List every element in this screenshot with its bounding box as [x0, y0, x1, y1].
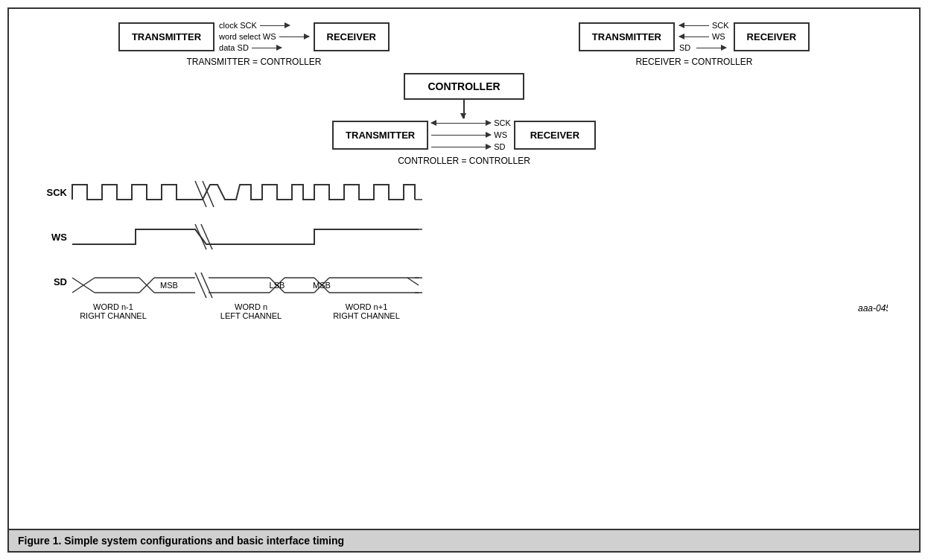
word-n1-ch-label: RIGHT CHANNEL: [80, 311, 147, 319]
data-sd-label: data SD: [219, 43, 249, 52]
timing-diagram-svg: SCK WS SD: [39, 174, 888, 319]
word-n1plus-label: WORD n+1: [346, 302, 388, 311]
mid-sd-arrow: SD: [431, 142, 505, 151]
bidirectional-arrow-icon: [431, 123, 491, 124]
sck-arrow-left: SCK: [679, 21, 729, 30]
down-arrow-container: [463, 100, 465, 118]
msb1-label: MSB: [160, 281, 178, 290]
svg-line-14: [201, 273, 212, 298]
sck-timing-label: SCK: [47, 187, 68, 198]
right-arrow-icon: [431, 147, 491, 147]
middle-section: CONTROLLER TRANSMITTER SCK WS: [24, 73, 904, 166]
left-diagram: TRANSMITTER clock SCK word select WS dat…: [118, 21, 390, 67]
top-row: TRANSMITTER clock SCK word select WS dat…: [24, 21, 904, 67]
word-n1plus-ch-label: RIGHT CHANNEL: [333, 311, 400, 319]
sd-timing-label: SD: [54, 276, 67, 287]
arrow-right-icon: [260, 25, 290, 26]
sck-label: SCK: [712, 21, 729, 30]
arrow-right-icon: [279, 36, 309, 37]
ws-label: WS: [712, 32, 725, 41]
ws-timing-label: WS: [51, 232, 67, 243]
down-arrow: [463, 100, 465, 118]
mid-ws-label: WS: [494, 130, 507, 139]
word-n-ch-label: LEFT CHANNEL: [220, 311, 282, 319]
word-select-ws-label: word select WS: [219, 32, 276, 41]
middle-box-row: TRANSMITTER SCK WS SD RECEIVER: [332, 118, 596, 151]
right-arrow-icon: [431, 135, 491, 136]
aaa-ref-label: aaa-045276: [858, 303, 888, 314]
right-diagram: TRANSMITTER SCK WS SD: [579, 21, 810, 67]
left-receiver-box: RECEIVER: [314, 22, 390, 51]
middle-receiver-box: RECEIVER: [514, 121, 596, 150]
mid-ws-arrow: WS: [431, 130, 507, 139]
svg-line-3: [201, 224, 212, 249]
timing-section: SCK WS SD: [24, 174, 904, 321]
middle-transmitter-box: TRANSMITTER: [332, 121, 428, 150]
word-n1-label: WORD n-1: [93, 302, 133, 311]
outer-border: TRANSMITTER clock SCK word select WS dat…: [7, 7, 921, 553]
left-transmitter-box: TRANSMITTER: [118, 22, 214, 51]
right-receiver-box: RECEIVER: [734, 22, 810, 51]
mid-sd-label: SD: [494, 142, 505, 151]
svg-line-25: [407, 278, 419, 285]
content-area: TRANSMITTER clock SCK word select WS dat…: [9, 9, 919, 524]
right-box-row: TRANSMITTER SCK WS SD: [579, 21, 810, 52]
left-diagram-caption: TRANSMITTER = CONTROLLER: [186, 57, 321, 67]
middle-diagram-caption: CONTROLLER = CONTROLLER: [398, 156, 530, 166]
svg-line-2: [195, 224, 206, 249]
right-diagram-caption: RECEIVER = CONTROLLER: [635, 57, 752, 67]
lsb-label: LSB: [270, 281, 285, 290]
mid-sck-arrow: SCK: [431, 118, 511, 127]
mid-sck-label: SCK: [494, 118, 511, 127]
arrow-left-icon: [679, 25, 709, 26]
left-box-row: TRANSMITTER clock SCK word select WS dat…: [118, 21, 390, 52]
right-transmitter-box: TRANSMITTER: [579, 22, 675, 51]
clock-sck-arrow: clock SCK: [219, 21, 290, 30]
left-arrows: clock SCK word select WS data SD: [214, 21, 313, 52]
clock-sck-label: clock SCK: [219, 21, 257, 30]
word-n-label: WORD n: [235, 302, 267, 311]
svg-line-13: [195, 273, 206, 298]
arrow-left-icon: [679, 36, 709, 37]
mid-arrows-col: SCK WS SD: [428, 118, 514, 151]
arrow-right-icon: [252, 48, 282, 48]
data-sd-arrow: data SD: [219, 43, 282, 52]
word-select-ws-arrow: word select WS: [219, 32, 308, 41]
sd-arrow-right: SD: [679, 43, 726, 52]
right-arrows: SCK WS SD: [675, 21, 734, 52]
figure-caption: Figure 1. Simple system configurations a…: [9, 529, 919, 551]
msb2-label: MSB: [313, 281, 331, 290]
controller-box: CONTROLLER: [404, 73, 524, 100]
ws-arrow-left: WS: [679, 32, 725, 41]
arrow-right-icon: [696, 48, 726, 48]
sd-label: SD: [679, 43, 690, 52]
